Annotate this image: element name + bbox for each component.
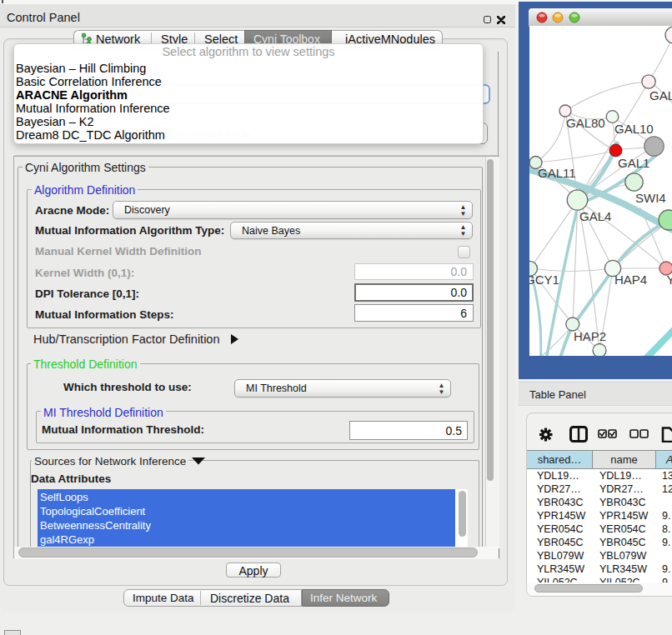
svg-text:HAP4: HAP4	[614, 272, 647, 287]
svg-text:GCY1: GCY1	[529, 272, 559, 287]
svg-text:HAP2: HAP2	[574, 329, 606, 343]
svg-text:SWI4: SWI4	[635, 191, 666, 205]
svg-text:GAL80: GAL80	[566, 116, 605, 130]
svg-text:GAL10: GAL10	[614, 122, 654, 136]
svg-text:GAL2: GAL2	[649, 88, 672, 102]
svg-text:Y: Y	[667, 272, 672, 287]
svg-text:GAL11: GAL11	[538, 166, 576, 180]
svg-text:GAL1: GAL1	[618, 156, 649, 170]
svg-text:GAL4: GAL4	[579, 209, 611, 223]
